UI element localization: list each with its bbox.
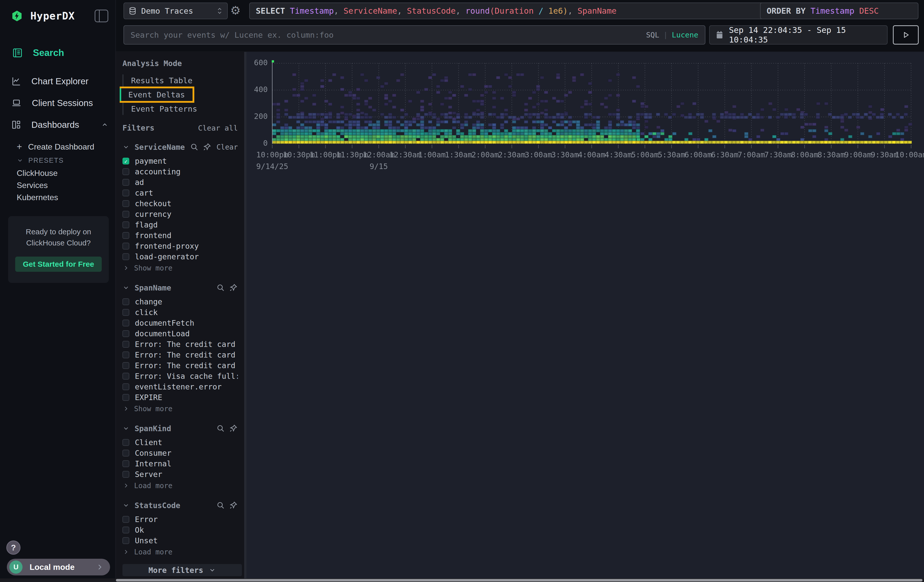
- checkbox[interactable]: [122, 471, 129, 478]
- filter-item-error-the-credit-card[interactable]: Error: The credit card (…: [122, 350, 238, 360]
- run-query-button[interactable]: [893, 25, 919, 45]
- help-button[interactable]: ?: [6, 541, 20, 555]
- filter-item-consumer[interactable]: Consumer: [122, 448, 238, 458]
- filter-item-frontend-proxy[interactable]: frontend-proxy: [122, 241, 238, 251]
- checkbox[interactable]: [122, 298, 129, 305]
- filter-item-flagd[interactable]: flagd: [122, 219, 238, 230]
- filter-item-server[interactable]: Server: [122, 469, 238, 480]
- checkbox[interactable]: [122, 320, 129, 326]
- checkbox[interactable]: [122, 373, 129, 379]
- checkbox[interactable]: [122, 394, 129, 401]
- pin-icon[interactable]: [229, 283, 238, 292]
- filter-item-error[interactable]: Error: [122, 514, 238, 524]
- filter-item-eventlistener-error[interactable]: eventListener.error: [122, 381, 238, 392]
- duration-heatmap-chart[interactable]: [246, 52, 924, 173]
- time-range-picker[interactable]: Sep 14 22:04:35 - Sep 15 10:04:35: [709, 25, 888, 45]
- preset-kubernetes[interactable]: Kubernetes: [17, 191, 108, 203]
- filter-group-title[interactable]: SpanName: [135, 284, 213, 292]
- mode-toggle-lucene[interactable]: Lucene: [672, 31, 698, 39]
- checkbox[interactable]: [122, 341, 129, 348]
- filter-item-ok[interactable]: Ok: [122, 524, 238, 535]
- load-more-link[interactable]: Load more: [122, 481, 238, 491]
- data-source-select[interactable]: Demo Traces: [124, 3, 228, 19]
- horizontal-scrollbar-thumb[interactable]: [116, 579, 922, 582]
- filter-group-title[interactable]: StatusCode: [135, 501, 213, 510]
- mode-toggle-sql[interactable]: SQL: [646, 31, 659, 39]
- preset-services[interactable]: Services: [17, 179, 108, 191]
- checkbox[interactable]: [122, 351, 129, 358]
- checkbox[interactable]: [122, 179, 129, 186]
- source-settings-gear-icon[interactable]: ⚙: [230, 3, 241, 17]
- filter-item-frontend[interactable]: frontend: [122, 230, 238, 241]
- filter-item-payment[interactable]: ✓ payment: [122, 156, 238, 166]
- filter-item-checkout[interactable]: checkout: [122, 198, 238, 209]
- analysis-mode-results-table[interactable]: Results Table: [122, 74, 238, 87]
- clear-filter-button[interactable]: Clear: [216, 143, 238, 151]
- checkbox[interactable]: [122, 232, 129, 239]
- user-menu-button[interactable]: U Local mode: [7, 559, 110, 575]
- checkbox[interactable]: [122, 383, 129, 390]
- sidebar-item-chart-explorer[interactable]: Chart Explorer: [11, 74, 108, 89]
- checkbox[interactable]: [122, 200, 129, 207]
- filter-item-documentload[interactable]: documentLoad: [122, 328, 238, 339]
- filter-item-load-generator[interactable]: load-generator: [122, 251, 238, 262]
- filter-item-expire[interactable]: EXPIRE: [122, 392, 238, 402]
- checkbox[interactable]: [122, 516, 129, 523]
- filter-item-currency[interactable]: currency: [122, 209, 238, 219]
- filter-item-documentfetch[interactable]: documentFetch: [122, 318, 238, 328]
- filter-item-accounting[interactable]: accounting: [122, 166, 238, 177]
- presets-header[interactable]: PRESETS: [17, 154, 108, 167]
- checkbox[interactable]: [122, 309, 129, 316]
- filter-item-change[interactable]: change: [122, 296, 238, 307]
- get-started-button[interactable]: Get Started for Free: [15, 257, 102, 272]
- sidebar-item-dashboards[interactable]: Dashboards: [11, 117, 108, 132]
- checkbox[interactable]: [122, 330, 129, 337]
- checkbox[interactable]: [122, 527, 129, 533]
- checkbox[interactable]: ✓: [122, 158, 129, 165]
- filter-item-cart[interactable]: cart: [122, 188, 238, 198]
- checkbox[interactable]: [122, 450, 129, 457]
- filter-group-title[interactable]: ServiceName: [135, 143, 186, 152]
- checkbox[interactable]: [122, 537, 129, 544]
- filter-item-client[interactable]: Client: [122, 437, 238, 448]
- filter-item-error-the-credit-card[interactable]: Error: The credit card (…: [122, 360, 238, 371]
- filter-item-internal[interactable]: Internal: [122, 458, 238, 469]
- more-filters-button[interactable]: More filters: [122, 564, 242, 576]
- analysis-mode-event-deltas[interactable]: Event Deltas: [120, 87, 194, 103]
- sidebar-collapse-icon[interactable]: [95, 10, 108, 22]
- search-input[interactable]: [130, 30, 646, 40]
- pin-icon[interactable]: [229, 501, 238, 510]
- checkbox[interactable]: [122, 253, 129, 260]
- create-dashboard-button[interactable]: + Create Dashboard: [17, 140, 108, 154]
- clear-all-button[interactable]: Clear all: [198, 124, 238, 132]
- show-more-link[interactable]: Show more: [122, 404, 238, 414]
- checkbox[interactable]: [122, 211, 129, 218]
- filter-item-ad[interactable]: ad: [122, 177, 238, 188]
- load-more-link[interactable]: Load more: [122, 547, 238, 557]
- checkbox[interactable]: [122, 221, 129, 228]
- filter-item-unset[interactable]: Unset: [122, 535, 238, 546]
- search-icon[interactable]: [190, 142, 199, 152]
- checkbox[interactable]: [122, 439, 129, 446]
- search-icon[interactable]: [216, 501, 225, 510]
- pin-icon[interactable]: [202, 142, 211, 152]
- search-icon[interactable]: [216, 283, 225, 292]
- show-more-link[interactable]: Show more: [122, 263, 238, 273]
- search-icon[interactable]: [216, 424, 225, 433]
- preset-clickhouse[interactable]: ClickHouse: [17, 167, 108, 179]
- filter-item-error-the-credit-card[interactable]: Error: The credit card (…: [122, 339, 238, 350]
- sidebar-item-client-sessions[interactable]: Client Sessions: [11, 96, 108, 110]
- checkbox[interactable]: [122, 362, 129, 369]
- order-by-input[interactable]: ORDER BY Timestamp DESC: [760, 3, 918, 19]
- checkbox[interactable]: [122, 190, 129, 196]
- checkbox[interactable]: [122, 460, 129, 467]
- filter-item-click[interactable]: click: [122, 307, 238, 318]
- filters-scrollbar[interactable]: [244, 52, 246, 582]
- pin-icon[interactable]: [229, 424, 238, 433]
- analysis-mode-event-patterns[interactable]: Event Patterns: [122, 103, 238, 115]
- filter-item-error-visa-cache-full[interactable]: Error: Visa cache full: …: [122, 371, 238, 381]
- filter-group-title[interactable]: SpanKind: [135, 424, 213, 433]
- sidebar-item-search[interactable]: Search: [12, 48, 108, 58]
- checkbox[interactable]: [122, 243, 129, 249]
- checkbox[interactable]: [122, 168, 129, 175]
